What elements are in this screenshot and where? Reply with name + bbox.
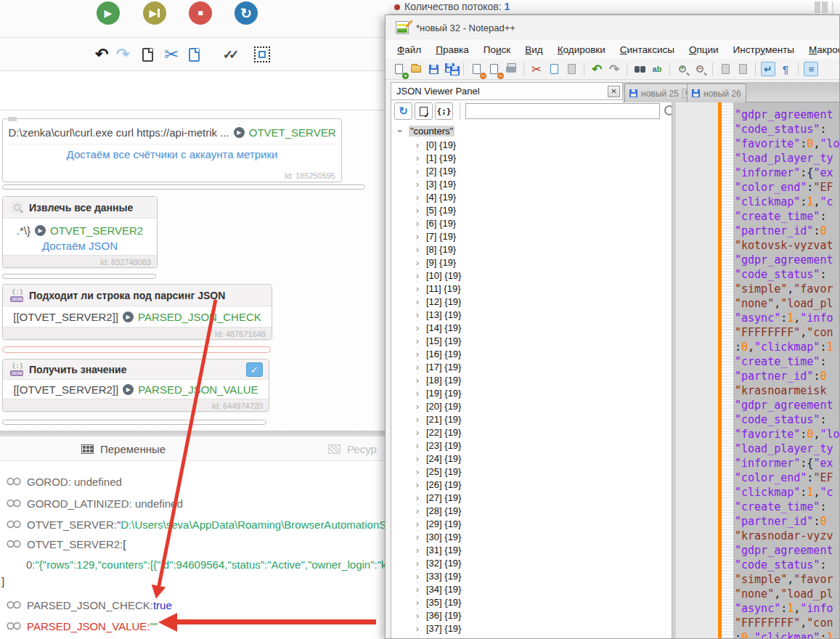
json-viewer-titlebar[interactable]: JSON Viewer Panel ✕ (391, 82, 623, 100)
tree-node-item[interactable]: ›[26] {19} (413, 478, 461, 491)
action-block-get-value[interactable]: {:}JSON Получить значение ✓ [[OTVET_SERV… (2, 359, 269, 412)
tree-node-item[interactable]: ›[16] {19} (413, 347, 461, 360)
tree-node-item[interactable]: ›[7] {19} (413, 229, 456, 243)
redo-icon[interactable]: ↷ (116, 44, 129, 65)
tree-node-item[interactable]: ›[23] {19} (413, 439, 461, 452)
tree-node-item[interactable]: ›[22] {19} (413, 426, 461, 439)
new-file-icon[interactable]: + (391, 62, 406, 76)
select-area-icon[interactable] (254, 44, 270, 65)
chevron-right-icon[interactable]: › (413, 205, 422, 216)
menu-item-Инструменты[interactable]: Инструменты (726, 40, 802, 59)
tab-resources[interactable]: Ресур (328, 436, 377, 461)
tree-node-item[interactable]: ›[6] {19} (413, 216, 456, 229)
chevron-right-icon[interactable]: › (413, 466, 422, 477)
chevron-right-icon[interactable]: › (413, 453, 422, 464)
chevron-right-icon[interactable]: › (413, 505, 422, 516)
tab-variables[interactable]: Переменные (81, 436, 166, 461)
menu-item-Поиск[interactable]: Поиск (476, 40, 518, 59)
chevron-right-icon[interactable]: › (413, 309, 422, 320)
chevron-right-icon[interactable]: › (413, 532, 422, 542)
save-icon[interactable] (426, 62, 441, 76)
tree-node-item[interactable]: ›[20] {19} (413, 399, 461, 412)
tree-node-item[interactable]: ›[33] {19} (413, 569, 461, 582)
menu-item-Опции[interactable]: Опции (682, 40, 726, 59)
chevron-right-icon[interactable]: › (413, 179, 422, 190)
cut-icon[interactable]: ✂ (529, 62, 544, 76)
chevron-right-icon[interactable]: › (413, 139, 422, 150)
tree-node-item[interactable]: ›[28] {19} (413, 504, 461, 517)
tree-node-item[interactable]: ›[4] {19} (413, 190, 456, 203)
validate-icon[interactable] (415, 102, 433, 120)
doc-prev-icon[interactable] (718, 62, 733, 76)
chevron-right-icon[interactable]: › (413, 270, 422, 281)
chevron-down-icon[interactable]: › (395, 126, 406, 135)
chevron-right-icon[interactable]: › (413, 571, 422, 582)
chevron-right-icon[interactable]: › (413, 296, 422, 307)
undo-icon[interactable]: ↶ (590, 62, 604, 76)
chevron-right-icon[interactable]: › (413, 231, 422, 242)
chevron-right-icon[interactable]: › (413, 335, 422, 346)
tab-novyi-26[interactable]: новый 26 (687, 84, 746, 102)
tree-node-item[interactable]: ›[13] {19} (413, 308, 461, 321)
tree-node-item[interactable]: ›[30] {19} (413, 530, 461, 543)
menu-item-Синтаксисы[interactable]: Синтаксисы (613, 40, 682, 59)
menu-item-Вид[interactable]: Вид (518, 40, 550, 59)
variable-row[interactable]: OTVET_SERVER2: [ (0, 537, 407, 550)
chevron-right-icon[interactable]: › (413, 322, 422, 333)
chevron-right-icon[interactable]: › (413, 440, 422, 451)
paste-icon[interactable] (189, 44, 200, 65)
indent-guide-icon[interactable]: ≡ (804, 62, 818, 76)
tree-node-item[interactable]: ›[18] {19} (413, 373, 461, 386)
tree-node-item[interactable]: ›[24] {19} (413, 452, 461, 465)
chevron-right-icon[interactable]: › (413, 597, 422, 608)
undo-icon[interactable]: ↶ (95, 44, 108, 65)
multi-check-icon[interactable]: ✓✓ (215, 44, 242, 65)
variable-row[interactable]: GOROD_LATINIZED: undefined (0, 497, 407, 510)
tree-node-item[interactable]: ›[9] {19} (413, 256, 456, 269)
tree-node-item[interactable]: ›[29] {19} (413, 517, 461, 530)
skip-button[interactable]: ▶ (143, 1, 166, 25)
chevron-right-icon[interactable]: › (413, 349, 422, 359)
menu-item-Макросы[interactable]: Макросы (802, 40, 840, 59)
format-braces-icon[interactable]: {;} (435, 102, 453, 120)
menu-item-Файл[interactable]: Файл (390, 40, 428, 59)
chevron-right-icon[interactable]: › (413, 479, 422, 490)
tree-node-item[interactable]: ›[36] {19} (413, 609, 461, 622)
chevron-right-icon[interactable]: › (413, 283, 422, 294)
replace-icon[interactable]: ab (650, 62, 664, 76)
tree-node-item[interactable]: ›[32] {19} (413, 556, 461, 569)
tree-node-item[interactable]: ›[2] {19} (413, 164, 456, 177)
chevron-right-icon[interactable]: › (413, 257, 422, 268)
tree-node-item[interactable]: ›[31] {19} (413, 543, 461, 556)
tree-node-item[interactable]: ›[21] {19} (413, 412, 461, 426)
variable-row[interactable]: ] (0, 574, 407, 587)
editor-area[interactable]: "gdpr_agreement"code_status":"favorite":… (676, 102, 840, 639)
menu-item-Кодировки[interactable]: Кодировки (550, 40, 613, 59)
tree-node-item[interactable]: ›[15] {19} (413, 334, 461, 347)
notepad-titlebar[interactable]: *новый 32 - Notepad++ (386, 15, 839, 40)
chevron-right-icon[interactable]: › (413, 623, 422, 634)
tree-node-item[interactable]: ›[5] {19} (413, 203, 456, 216)
chevron-right-icon[interactable]: › (413, 362, 422, 373)
chevron-right-icon[interactable]: › (413, 166, 422, 176)
chevron-right-icon[interactable]: › (413, 152, 422, 163)
tree-node-item[interactable]: ›[19] {19} (413, 386, 461, 399)
close-icon[interactable]: ✕ (608, 86, 620, 97)
tree-node-item[interactable]: ›[34] {19} (413, 582, 461, 595)
tree-node-item[interactable]: ›[37] {19} (413, 622, 461, 635)
find-icon[interactable] (632, 62, 647, 76)
save-all-icon[interactable] (444, 62, 458, 76)
show-symbols-icon[interactable]: ¶ (778, 62, 793, 76)
chevron-right-icon[interactable]: › (413, 610, 422, 621)
copy-icon[interactable] (547, 62, 561, 76)
chevron-right-icon[interactable]: › (413, 492, 422, 503)
open-icon[interactable] (409, 62, 423, 76)
tab-novyi-25[interactable]: новый 25 ✕ (624, 84, 697, 102)
variable-row[interactable]: OTVET_SERVER: " D:\Users\seva\AppData\Ro… (0, 518, 407, 531)
tree-node-item[interactable]: ›[27] {19} (413, 491, 461, 504)
tree-node-item[interactable]: ›[25] {19} (413, 465, 461, 478)
block-comment[interactable]: Достаём все счётчики с аккаунта метрики (3, 148, 341, 160)
variable-row[interactable]: 0: "{"rows":129,"counters":[{"id":946095… (0, 558, 407, 571)
tree-node-item[interactable]: ›[0] {19} (413, 138, 456, 151)
restart-button[interactable]: ↻ (235, 1, 258, 25)
